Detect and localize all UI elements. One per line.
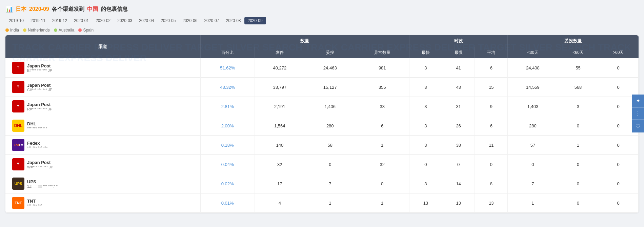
cell-lt60-2: 3 xyxy=(558,97,598,116)
cell-avg-4: 11 xyxy=(475,136,508,155)
channel-cell-0[interactable]: 〒 Japan Post E#*** *** *** JP xyxy=(5,58,200,78)
cell-fastest-6: 3 xyxy=(409,174,442,193)
date-navigation: 2019-102019-112019-122020-012020-022020-… xyxy=(5,17,639,24)
sidebar-btn-share[interactable]: ⋮ xyxy=(632,107,644,120)
date-btn-2020-08[interactable]: 2020-08 xyxy=(222,17,244,24)
svg-text:〒: 〒 xyxy=(17,66,20,69)
date-btn-2020-09[interactable]: 2020-09 xyxy=(244,17,266,24)
cell-lt30-1: 14,559 xyxy=(508,78,558,97)
cell-slowest-0: 41 xyxy=(442,58,475,78)
cell-slowest-3: 26 xyxy=(442,116,475,136)
table-row: 〒 Japan Post C#*** *** *** JP 43.32%33,7… xyxy=(5,78,639,97)
cell-shipped-5: 32 xyxy=(255,155,305,174)
title-date: 2020-09 xyxy=(29,6,49,12)
date-btn-2020-06[interactable]: 2020-06 xyxy=(179,17,201,24)
svg-text:〒: 〒 xyxy=(17,85,20,88)
table-row: TNT TNT *** *** *** 0.01%411131313100 xyxy=(5,193,639,213)
legend-item-netherlands: Netherlands xyxy=(23,28,50,33)
cell-shipped-2: 2,191 xyxy=(255,97,305,116)
cell-abnormal-6: 0 xyxy=(355,174,409,193)
cell-lt60-0: 55 xyxy=(558,58,598,78)
cell-delivered-7: 1 xyxy=(305,193,355,213)
table-row: UPS UPS 1Z!!!!!!!!!! *** ***.* * 0.02%17… xyxy=(5,174,639,193)
col-pct: 百分比 xyxy=(200,47,255,59)
date-btn-2020-03[interactable]: 2020-03 xyxy=(114,17,136,24)
table-row: FedEx Fedex *** *** *** *** 0.18%1405813… xyxy=(5,136,639,155)
cell-pct-0: 51.62% xyxy=(200,58,255,78)
carrier-name-4: Fedex xyxy=(27,141,48,146)
cell-delivered-4: 58 xyxy=(305,136,355,155)
channel-cell-5[interactable]: 〒 Japan Post W#*** *** *** JP xyxy=(5,155,200,174)
cell-slowest-1: 43 xyxy=(442,78,475,97)
page-title: 📊 日本 2020-09 各个渠道发到 中国 的包裹信息 xyxy=(5,5,639,13)
cell-avg-1: 15 xyxy=(475,78,508,97)
cell-lt30-5: 0 xyxy=(508,155,558,174)
col-group-delivered-qty: 妥投数量 xyxy=(508,35,639,47)
carrier-name-1: Japan Post xyxy=(27,83,53,88)
table-row: 〒 Japan Post R#*** *** *** JP 2.81%2,191… xyxy=(5,97,639,116)
data-table: 渠道 数量 时效 妥投数量 百分比 发件 妥投 异常数量 最快 最慢 平均 <3… xyxy=(5,35,639,213)
col-group-quantity: 数量 xyxy=(200,35,409,47)
cell-avg-5: 0 xyxy=(475,155,508,174)
channel-cell-3[interactable]: DHL DHL *** *** *** * * xyxy=(5,116,200,136)
cell-delivered-5: 0 xyxy=(305,155,355,174)
cell-pct-4: 0.18% xyxy=(200,136,255,155)
cell-lt60-4: 1 xyxy=(558,136,598,155)
date-btn-2019-10[interactable]: 2019-10 xyxy=(5,17,27,24)
channel-cell-7[interactable]: TNT TNT *** *** *** xyxy=(5,193,200,213)
channel-cell-4[interactable]: FedEx Fedex *** *** *** *** xyxy=(5,136,200,155)
date-btn-2019-12[interactable]: 2019-12 xyxy=(49,17,71,24)
cell-abnormal-5: 32 xyxy=(355,155,409,174)
cell-avg-0: 6 xyxy=(475,58,508,78)
cell-fastest-7: 13 xyxy=(409,193,442,213)
carrier-code-0: E#*** *** *** JP xyxy=(27,68,52,73)
carrier-code-7: *** *** *** xyxy=(27,204,42,208)
cell-fastest-2: 3 xyxy=(409,97,442,116)
channel-cell-1[interactable]: 〒 Japan Post C#*** *** *** JP xyxy=(5,78,200,97)
cell-slowest-6: 14 xyxy=(442,174,475,193)
cell-gt60-1: 0 xyxy=(598,78,639,97)
cell-delivered-3: 280 xyxy=(305,116,355,136)
cell-avg-3: 6 xyxy=(475,116,508,136)
carrier-code-2: R#*** *** *** JP xyxy=(27,107,53,111)
cell-fastest-5: 0 xyxy=(409,155,442,174)
cell-lt60-3: 0 xyxy=(558,116,598,136)
cell-gt60-6: 0 xyxy=(598,174,639,193)
legend-item-australia: Australia xyxy=(54,28,75,33)
channel-cell-6[interactable]: UPS UPS 1Z!!!!!!!!!! *** ***.* * xyxy=(5,174,200,193)
channel-cell-2[interactable]: 〒 Japan Post R#*** *** *** JP xyxy=(5,97,200,116)
carrier-name-2: Japan Post xyxy=(27,102,53,107)
date-btn-2020-02[interactable]: 2020-02 xyxy=(92,17,114,24)
date-btn-2020-07[interactable]: 2020-07 xyxy=(201,17,222,24)
cell-shipped-6: 17 xyxy=(255,174,305,193)
table-row: 〒 Japan Post E#*** *** *** JP 51.62%40,2… xyxy=(5,58,639,78)
carrier-name-5: Japan Post xyxy=(27,160,53,165)
cell-slowest-7: 13 xyxy=(442,193,475,213)
cell-pct-7: 0.01% xyxy=(200,193,255,213)
carrier-name-3: DHL xyxy=(27,121,47,126)
cell-lt60-1: 568 xyxy=(558,78,598,97)
date-btn-2020-04[interactable]: 2020-04 xyxy=(136,17,157,24)
col-slowest: 最慢 xyxy=(442,47,475,59)
date-btn-2019-11[interactable]: 2019-11 xyxy=(27,17,49,24)
date-btn-2020-05[interactable]: 2020-05 xyxy=(157,17,179,24)
sidebar-btn-star[interactable]: ✦ xyxy=(632,95,644,107)
title-text-middle: 各个渠道发到 xyxy=(52,6,84,13)
cell-delivered-1: 15,127 xyxy=(305,78,355,97)
date-btn-2020-01[interactable]: 2020-01 xyxy=(71,17,92,24)
cell-shipped-1: 33,797 xyxy=(255,78,305,97)
carrier-code-4: *** *** *** *** xyxy=(27,146,48,150)
legend-item-india: India xyxy=(5,28,19,33)
sidebar-btn-heart[interactable]: ♡ xyxy=(632,120,644,132)
cell-gt60-7: 0 xyxy=(598,193,639,213)
cell-shipped-3: 1,564 xyxy=(255,116,305,136)
cell-gt60-4: 0 xyxy=(598,136,639,155)
cell-delivered-2: 1,406 xyxy=(305,97,355,116)
table-row: DHL DHL *** *** *** * * 2.00%1,564280632… xyxy=(5,116,639,136)
cell-gt60-0: 0 xyxy=(598,58,639,78)
col-gt60: >60天 xyxy=(598,47,639,59)
carrier-code-3: *** *** *** * * xyxy=(27,126,47,130)
carrier-code-5: W#*** *** *** JP xyxy=(27,165,53,169)
col-avg: 平均 xyxy=(475,47,508,59)
legend-bar: IndiaNetherlandsAustraliaSpain xyxy=(5,28,639,33)
